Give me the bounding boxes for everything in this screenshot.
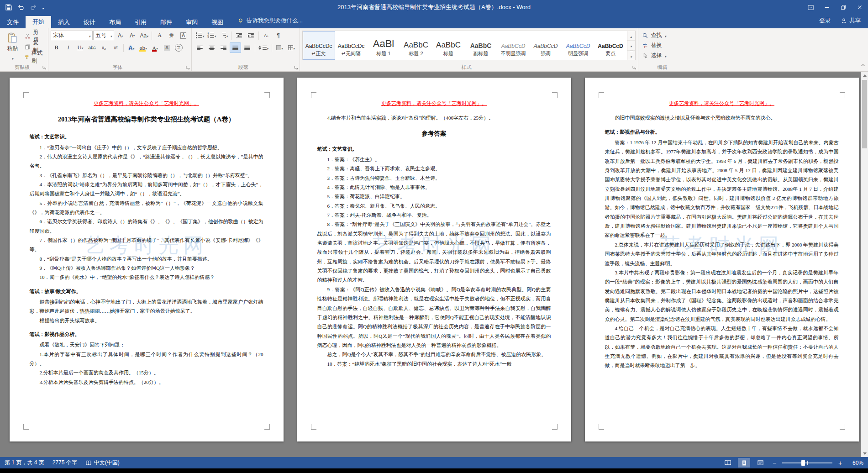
close-button[interactable] bbox=[852, 0, 868, 15]
ribbon-tab-references[interactable]: 引用 bbox=[128, 16, 153, 28]
style-no-spacing[interactable]: AaBbCcDc↵无间隔 bbox=[335, 31, 368, 60]
paragraph[interactable]: 2013年河南省普通高校编导制作类专业招生统考试题（A卷） bbox=[30, 113, 263, 126]
paragraph[interactable]: 2．伟大的浪漫主义诗人屈原的代表作是《》，“路漫漫其修远兮，（），长太息以掩涕兮… bbox=[30, 152, 263, 171]
distribute-button[interactable] bbox=[242, 42, 253, 53]
paragraph[interactable]: 更多艺考资料，请关注公众号「艺考时光网」。 bbox=[317, 99, 551, 108]
show-marks-button[interactable]: ¶ bbox=[273, 30, 284, 41]
ribbon-tab-view[interactable]: 视图 bbox=[205, 16, 230, 28]
gallery-more-button[interactable] bbox=[627, 51, 635, 60]
paragraph[interactable]: 4．李清照的词以“靖康之难”为界分为前后两期，前期多写闺中闲愁，如“（），才下眉… bbox=[30, 180, 263, 199]
paragraph[interactable]: 8．答案：“刮骨疗毒”是关于《三国演义》中关羽的故事，与关羽有关的故事还有“单刀… bbox=[317, 220, 551, 284]
ribbon-tab-design[interactable]: 设计 bbox=[77, 16, 102, 28]
paragraph[interactable]: 3.本片中共出现了两段珍贵影像：第一段出现在汶川地震发生后的一个月，真实记录的是… bbox=[605, 268, 839, 324]
paragraph[interactable]: 答案：1.1976 年 12 月中国结束十年动乱，在四川乡下插队的知青樊建川开始… bbox=[605, 138, 839, 240]
minimize-button[interactable] bbox=[819, 0, 835, 15]
pinyin-guide-button[interactable]: 拼 bbox=[166, 30, 177, 41]
paragraph[interactable]: 1．“游刃有余”一词出自《庄子》中的（），文章反映了庄子顺应自然的哲学思想。 bbox=[30, 143, 263, 152]
superscript-button[interactable]: x² bbox=[110, 42, 121, 53]
paragraph[interactable]: 5．孙犁的小说语言清新自然，充满诗情画意，被称为“（）”，《荷花淀》一文选自他的… bbox=[30, 199, 263, 217]
paragraph[interactable]: 1．答案：《养生主》。 bbox=[317, 155, 551, 164]
scroll-up-arrow[interactable] bbox=[861, 72, 868, 79]
character-shading-button[interactable]: A bbox=[161, 42, 173, 53]
underline-button[interactable]: U bbox=[74, 42, 86, 53]
font-color-button[interactable]: A bbox=[149, 42, 161, 53]
ribbon-tab-mailings[interactable]: 邮件 bbox=[153, 16, 179, 28]
style-heading-2[interactable]: AaBbC标题 2 bbox=[400, 31, 432, 60]
paragraph[interactable]: 赵蕾接到妈妈的电话，心神不宁地出了门，大街上的雪花洋洋洒洒地飞舞着，城市里家家户… bbox=[30, 297, 263, 316]
align-left-button[interactable] bbox=[194, 42, 205, 53]
document-page-3[interactable]: 艺考时光网更多艺考资料，请关注公众号「艺考时光网」。的旧中国腐败现实的激愤之情以… bbox=[585, 78, 859, 441]
line-spacing-button[interactable] bbox=[257, 42, 270, 53]
paragraph[interactable]: 笔试：文艺常识。 bbox=[30, 132, 263, 141]
paragraph[interactable]: 3.分析本片片头音乐及片头剪辑手法的特点。（20分）。 bbox=[30, 378, 263, 387]
scroll-down-arrow[interactable] bbox=[861, 450, 868, 457]
paragraph[interactable]: 6．诺贝尔文学奖获得者、印度诗人（）的诗集有《》、《》、《园丁集》，他创作的歌曲… bbox=[30, 217, 263, 236]
subscript-button[interactable]: x₂ bbox=[98, 42, 110, 53]
paragraph[interactable]: 2．答案：离骚、吾将上下而求索、哀民生之多艰。 bbox=[317, 164, 551, 173]
sort-button[interactable]: A↓ bbox=[261, 30, 272, 41]
replace-button[interactable]: 替换 bbox=[641, 41, 684, 50]
style-title[interactable]: AaBbC标题 bbox=[432, 31, 465, 60]
format-painter-button[interactable]: 格式刷 bbox=[23, 52, 46, 62]
paragraph[interactable]: 7．答案：列夫·托尔斯泰、战争与和平、复活。 bbox=[317, 210, 551, 220]
zoom-out-button[interactable]: − bbox=[771, 459, 778, 467]
paragraph[interactable]: 5．答案：荷花淀派、白洋淀纪事。 bbox=[317, 192, 551, 201]
paragraph[interactable]: 3．《孔雀东南飞》原名为（），最早见于南朝徐陵编著的（），与北朝的（）并称“乐府… bbox=[30, 171, 263, 180]
paragraph-dialog-launcher[interactable] bbox=[293, 65, 299, 70]
paragraph[interactable]: 更多艺考资料，请关注公众号「艺考时光网」。 bbox=[30, 99, 263, 108]
increase-indent-button[interactable] bbox=[245, 30, 257, 41]
justify-button[interactable] bbox=[230, 42, 241, 53]
paragraph[interactable]: 4.给自己一个机会，是对自己充满信心的表现。人生短短数十年，有些事情不去做，就永… bbox=[605, 324, 839, 370]
paragraph[interactable]: 观看《敬礼，天安门》回答下列问题： bbox=[30, 340, 263, 349]
strikethrough-button[interactable]: abc bbox=[86, 42, 98, 53]
paragraph[interactable]: 更多艺考资料，请关注公众号「艺考时光网」。 bbox=[605, 99, 839, 108]
zoom-thumb[interactable] bbox=[801, 460, 805, 466]
font-dialog-launcher[interactable] bbox=[185, 65, 190, 70]
paragraph[interactable]: 总之，阿Q是个令人“哀其不幸，怒其不争”的过目难忘的辛亥革命前后不觉悟、被压迫的… bbox=[317, 350, 551, 359]
paste-button[interactable]: 粘贴 bbox=[3, 30, 21, 63]
style-emphasis[interactable]: AaBbCcD强调 bbox=[530, 31, 562, 60]
highlight-button[interactable]: ab bbox=[137, 42, 149, 53]
vertical-scrollbar[interactable] bbox=[861, 72, 868, 457]
save-button[interactable] bbox=[3, 1, 15, 13]
numbering-button[interactable] bbox=[206, 30, 217, 41]
word-count[interactable]: 2775 个字 bbox=[53, 459, 77, 467]
paragraph[interactable]: 7．俄国作家（）的作品被称为“俄国十月革命的镜子”，其代表作有长篇小说《安娜·卡… bbox=[30, 236, 263, 254]
enclose-characters-button[interactable]: 字 bbox=[173, 42, 184, 53]
restore-button[interactable] bbox=[835, 0, 852, 15]
bold-button[interactable]: B bbox=[51, 42, 62, 53]
document-page-2[interactable]: 艺考时光网更多艺考资料，请关注公众号「艺考时光网」。4.结合本片和当前生活实践，… bbox=[297, 78, 571, 441]
ribbon-tab-insert[interactable]: 插入 bbox=[51, 16, 77, 28]
style-heading-1[interactable]: AaBl标题 1 bbox=[368, 31, 400, 60]
tell-me-box[interactable]: 告诉我您想要做什么... bbox=[237, 17, 303, 28]
character-border-button[interactable]: A bbox=[178, 30, 189, 41]
paragraph[interactable]: 4．答案：此情无计可消除、物是人非事事休。 bbox=[317, 183, 551, 192]
zoom-in-button[interactable]: + bbox=[836, 459, 844, 467]
select-button[interactable]: 选择 bbox=[641, 51, 684, 60]
style-normal[interactable]: AaBbCcDc↵正文 bbox=[303, 31, 335, 60]
customize-quick-access-button[interactable] bbox=[40, 1, 46, 13]
shrink-font-button[interactable]: A bbox=[126, 30, 138, 41]
align-right-button[interactable] bbox=[218, 42, 229, 53]
borders-button[interactable] bbox=[286, 42, 297, 53]
paragraph[interactable]: 笔试：故事/散文写作。 bbox=[30, 287, 263, 296]
paragraph[interactable]: 的旧中国腐败现实的激愤之情以及怀着与这个黑暗政府势不两立的决心。 bbox=[605, 113, 839, 122]
paragraph[interactable]: 笔试：影视作品分析。 bbox=[30, 330, 263, 339]
multilevel-list-button[interactable] bbox=[218, 30, 229, 41]
paragraph[interactable]: 10．闻一多的《死水》中，“绝望的死水”象征着什么？表达了诗人怎样的情感？ bbox=[30, 273, 263, 282]
find-button[interactable]: 查找 bbox=[641, 31, 684, 40]
paragraph[interactable]: 6．答案：泰戈尔、新月集、飞鸟集、人民的意志。 bbox=[317, 201, 551, 210]
style-subtitle[interactable]: AaBbC副标题 bbox=[465, 31, 497, 60]
ribbon-tab-home[interactable]: 开始 bbox=[26, 16, 51, 28]
document-canvas[interactable]: 艺考时光网更多艺考资料，请关注公众号「艺考时光网」。2013年河南省普通高校编导… bbox=[0, 72, 868, 457]
font-size-combo[interactable]: 五号 bbox=[93, 31, 114, 40]
paragraph[interactable]: 8．“刮骨疗毒”是关于哪个人物的故事？再写出一个他的故事，并且简要描述。 bbox=[30, 254, 263, 263]
bullets-button[interactable] bbox=[194, 30, 205, 41]
read-mode-button[interactable] bbox=[721, 458, 734, 468]
paragraph[interactable]: 参考答案 bbox=[317, 128, 551, 140]
document-page-1[interactable]: 艺考时光网更多艺考资料，请关注公众号「艺考时光网」。2013年河南省普通高校编导… bbox=[10, 78, 284, 441]
style-strong[interactable]: AaBbCcD要点 bbox=[594, 31, 627, 60]
font-family-combo[interactable]: 宋体 bbox=[51, 31, 93, 40]
zoom-level[interactable]: 60% bbox=[848, 460, 863, 466]
print-layout-button[interactable] bbox=[738, 458, 750, 468]
